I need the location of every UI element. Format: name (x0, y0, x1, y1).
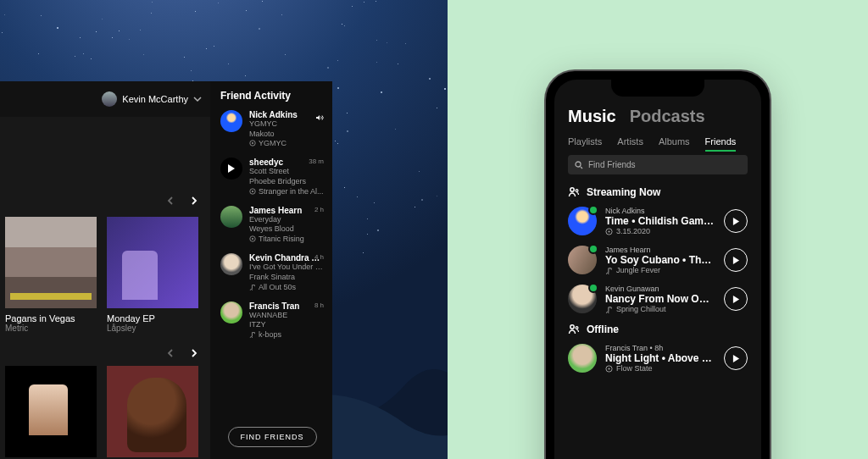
friend-name: Kevin Chandra Gu... (249, 253, 324, 263)
online-dot-icon (588, 244, 598, 254)
phone-screen: Music Podcasts Playlists Artists Albums … (554, 80, 761, 459)
disc-icon (605, 228, 613, 235)
search-input[interactable]: Find Friends (568, 155, 748, 174)
play-button[interactable] (724, 209, 748, 233)
online-dot-icon (588, 205, 598, 215)
search-icon (575, 161, 583, 169)
friend-row[interactable]: Francis Tran WANNABE ITZY k-bops 8 h (220, 301, 324, 339)
note-icon (605, 306, 613, 313)
play-button[interactable] (724, 248, 748, 272)
disc-icon (605, 365, 613, 373)
online-dot-icon (588, 283, 598, 293)
album-card[interactable]: Monday EP Låpsley (107, 217, 198, 333)
friend-track: WANNABE (249, 311, 324, 321)
album-title: Monday EP (107, 313, 198, 324)
friend-row[interactable]: Francis Tran • 8h Night Light • Above & … (568, 344, 748, 373)
friend-avatar (220, 253, 242, 275)
friend-name: Nick Adkins (605, 207, 715, 215)
user-name: Kevin McCarthy (122, 94, 188, 104)
friend-name: James Hearn (605, 246, 715, 254)
friend-name: Francis Tran (249, 301, 324, 311)
volume-icon (315, 110, 324, 119)
friend-track: Time • Childish Gambino (605, 215, 715, 227)
disc-icon (249, 140, 256, 147)
album-art (107, 366, 198, 457)
note-icon (249, 284, 256, 290)
avatar-icon (102, 91, 117, 107)
friend-track: Yo Soy Cubano • The Chakach... (605, 254, 715, 266)
find-friends-button[interactable]: FIND FRIENDS (228, 427, 317, 447)
friend-name: Kevin Gunawan (605, 285, 715, 293)
shelf-next[interactable] (186, 346, 202, 361)
friend-row[interactable]: Kevin Gunawan Nancy From Now On • Father… (568, 285, 748, 313)
friend-row[interactable]: Kevin Chandra Gu... I've Got You Under M… (220, 253, 324, 290)
friend-row[interactable]: James Hearn Yo Soy Cubano • The Chakach.… (568, 246, 748, 274)
friend-playlist: Titanic Rising (259, 235, 304, 243)
sub-tabs: Playlists Artists Albums Friends (568, 136, 748, 147)
friend-track: Everyday (249, 215, 324, 225)
subtab-artists[interactable]: Artists (617, 136, 643, 147)
section-offline: Offline (568, 324, 748, 335)
section-streaming-now: Streaming Now (568, 186, 748, 198)
play-hover-icon[interactable] (220, 158, 242, 180)
play-button[interactable] (724, 287, 748, 311)
friend-avatar (220, 301, 242, 324)
play-button[interactable] (724, 346, 748, 370)
person-icon (568, 186, 580, 198)
album-art (5, 366, 97, 457)
friend-artist: Weyes Blood (249, 224, 324, 235)
subtab-friends[interactable]: Friends (705, 136, 737, 147)
tab-music[interactable]: Music (568, 107, 616, 126)
friend-playlist: 3.15.2020 (616, 227, 650, 235)
friend-playlist: k-bops (259, 330, 281, 339)
album-row-2 (5, 366, 198, 459)
note-icon (249, 331, 256, 338)
subtab-playlists[interactable]: Playlists (568, 136, 602, 147)
tab-podcasts[interactable]: Podcasts (630, 107, 705, 126)
friend-avatar (568, 246, 597, 274)
subtab-albums[interactable]: Albums (659, 136, 690, 147)
friend-playlist: YGMYC (259, 139, 287, 147)
friend-artist: Phoebe Bridgers (249, 177, 324, 187)
album-artist: Metric (5, 324, 97, 333)
album-art (5, 217, 97, 308)
friend-timestamp: 4 h (314, 253, 324, 261)
friend-row[interactable]: James Hearn Everyday Weyes Blood Titanic… (220, 206, 324, 243)
friend-avatar (568, 344, 597, 373)
shelf-prev[interactable] (163, 193, 178, 208)
friend-track: YGMYC (249, 119, 324, 130)
user-menu[interactable]: Kevin McCarthy (102, 91, 202, 107)
friend-row[interactable]: sheedyc Scott Street Phoebe Bridgers Str… (220, 158, 324, 195)
friend-avatar (568, 285, 597, 313)
album-art (107, 217, 198, 308)
friend-avatar (220, 206, 242, 228)
friend-timestamp: 38 m (309, 158, 324, 165)
friend-playlist: Jungle Fever (616, 266, 660, 274)
album-card[interactable]: Pagans in Vegas Metric (5, 217, 97, 333)
shelf-nav-2 (163, 346, 202, 361)
shelf-next[interactable] (186, 193, 202, 208)
shelf-nav-1 (163, 193, 202, 208)
shelf-prev[interactable] (163, 346, 178, 361)
friend-name: Nick Adkins (249, 110, 324, 119)
phone-notch (611, 80, 704, 97)
disc-icon (249, 235, 256, 242)
friend-timestamp: 2 h (314, 206, 324, 213)
friend-name: Francis Tran • 8h (605, 344, 715, 352)
desktop-wallpaper: Kevin McCarthy Pagans in Vegas Metric (0, 0, 448, 459)
friend-activity-title: Friend Activity (220, 90, 324, 102)
album-card[interactable] (5, 366, 97, 459)
album-card[interactable] (107, 366, 198, 459)
friend-activity-panel: Friend Activity Nick Adkins YGMYC Makoto… (210, 81, 332, 459)
friend-row[interactable]: Nick Adkins Time • Childish Gambino 3.15… (568, 207, 748, 235)
album-artist: Låpsley (107, 324, 198, 333)
search-placeholder: Find Friends (588, 160, 636, 169)
friend-name: James Hearn (249, 206, 324, 215)
friend-row[interactable]: Nick Adkins YGMYC Makoto YGMYC (220, 110, 324, 147)
main-pane: Kevin McCarthy Pagans in Vegas Metric (0, 81, 210, 459)
mobile-mockup-background: Music Podcasts Playlists Artists Albums … (448, 0, 868, 459)
friend-track: Nancy From Now On • Father J... (605, 293, 715, 305)
chevron-down-icon (193, 95, 202, 103)
note-icon (605, 267, 613, 274)
friend-artist: ITZY (249, 320, 324, 330)
